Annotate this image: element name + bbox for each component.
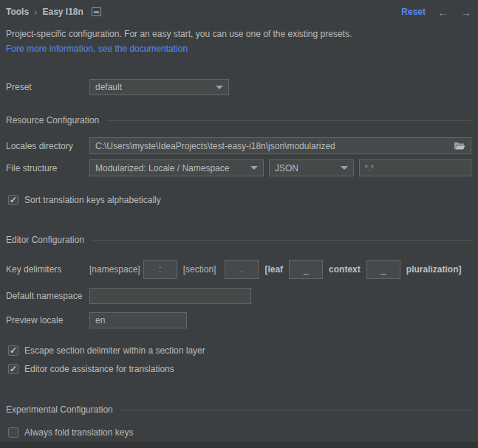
sort-keys-checkbox[interactable] bbox=[8, 195, 18, 205]
default-namespace-field[interactable] bbox=[89, 288, 251, 304]
code-assistance-checkbox[interactable] bbox=[8, 364, 18, 374]
editor-section-header: Editor Configuration bbox=[6, 234, 471, 246]
fold-keys-checkbox-label: Always fold translation keys bbox=[24, 427, 133, 438]
section-divider bbox=[120, 410, 471, 410]
default-namespace-label: Default namespace bbox=[6, 291, 89, 301]
namespace-delimiter-value: : bbox=[159, 264, 161, 275]
preview-locale-field[interactable]: en bbox=[89, 312, 187, 328]
leaf-delimiter-value: _ bbox=[304, 264, 309, 275]
editor-section-title: Editor Configuration bbox=[6, 235, 84, 245]
file-format-dropdown-value: JSON bbox=[275, 163, 298, 173]
locales-directory-value: C:\Users\myste\IdeaProjects\test-easy-i1… bbox=[95, 141, 335, 151]
settings-header: Tools › Easy I18n Reset ← → bbox=[6, 4, 471, 19]
context-delimiter-input[interactable]: _ bbox=[366, 260, 400, 279]
locales-directory-row: Locales directory C:\Users\myste\IdeaPro… bbox=[6, 137, 471, 154]
preview-locale-value: en bbox=[95, 315, 105, 325]
locales-directory-label: Locales directory bbox=[6, 141, 89, 151]
panel-bottom-edge bbox=[0, 442, 478, 448]
file-structure-dropdown[interactable]: Modularized: Locale / Namespace bbox=[89, 159, 264, 176]
header-actions: Reset ← → bbox=[401, 7, 471, 18]
reset-button[interactable]: Reset bbox=[401, 7, 426, 17]
experimental-section-title: Experimental Configuration bbox=[6, 404, 113, 415]
show-in-editor-icon[interactable] bbox=[92, 7, 101, 16]
escape-delimiter-checkbox-row[interactable]: Escape section delimiter within a sectio… bbox=[8, 345, 471, 356]
section-divider bbox=[106, 120, 471, 121]
preview-locale-row: Preview locale en bbox=[6, 312, 471, 328]
leaf-bracket-label: [leaf bbox=[264, 264, 283, 275]
file-structure-row: File structure Modularized: Locale / Nam… bbox=[6, 159, 471, 176]
forward-arrow-icon[interactable]: → bbox=[460, 7, 471, 18]
resource-section-header: Resource Configuration bbox=[6, 114, 471, 126]
documentation-link[interactable]: Fore more information, see the documenta… bbox=[6, 44, 188, 54]
file-pattern-field[interactable]: *.* bbox=[359, 159, 471, 176]
file-structure-label: File structure bbox=[6, 163, 89, 173]
code-assistance-checkbox-row[interactable]: Editor code assistance for translations bbox=[8, 363, 471, 375]
context-label: context bbox=[329, 264, 361, 275]
section-bracket-label: [section] bbox=[183, 264, 216, 275]
pluralization-bracket-label: pluralization] bbox=[406, 264, 462, 275]
browse-folder-icon[interactable] bbox=[454, 141, 465, 151]
leaf-delimiter-input[interactable]: _ bbox=[289, 260, 323, 279]
back-arrow-icon[interactable]: ← bbox=[437, 7, 448, 18]
preset-dropdown[interactable]: default bbox=[89, 79, 229, 95]
breadcrumb-tools[interactable]: Tools bbox=[6, 7, 29, 17]
preview-locale-label: Preview locale bbox=[6, 315, 89, 325]
key-delimiters-controls: [namespace] : [section] . [leaf _ contex… bbox=[89, 260, 461, 279]
sort-keys-checkbox-label: Sort translation keys alphabetically bbox=[24, 195, 161, 205]
escape-delimiter-checkbox-label: Escape section delimiter within a sectio… bbox=[24, 345, 205, 356]
file-pattern-value: *.* bbox=[365, 163, 375, 173]
resource-section-title: Resource Configuration bbox=[6, 115, 99, 125]
context-delimiter-value: _ bbox=[380, 264, 386, 275]
intro-description: Project-specific configuration. For an e… bbox=[6, 29, 471, 39]
key-delimiters-label: Key delimiters bbox=[6, 264, 89, 275]
file-format-dropdown[interactable]: JSON bbox=[269, 159, 354, 176]
namespace-delimiter-input[interactable]: : bbox=[143, 260, 177, 279]
section-divider bbox=[92, 240, 471, 241]
preset-dropdown-value: default bbox=[95, 82, 122, 92]
section-delimiter-input[interactable]: . bbox=[225, 260, 259, 279]
breadcrumb-easy-i18n[interactable]: Easy I18n bbox=[42, 7, 83, 17]
experimental-section-header: Experimental Configuration bbox=[6, 404, 471, 416]
code-assistance-checkbox-label: Editor code assistance for translations bbox=[24, 364, 174, 374]
preset-row: Preset default bbox=[6, 79, 471, 95]
chevron-down-icon bbox=[250, 166, 258, 170]
breadcrumb: Tools › Easy I18n bbox=[6, 7, 101, 18]
key-delimiters-row: Key delimiters [namespace] : [section] .… bbox=[6, 259, 471, 279]
fold-keys-checkbox[interactable] bbox=[8, 427, 18, 438]
sort-keys-checkbox-row[interactable]: Sort translation keys alphabetically bbox=[8, 194, 471, 206]
section-delimiter-value: . bbox=[241, 264, 243, 275]
escape-delimiter-checkbox[interactable] bbox=[8, 345, 18, 356]
preset-label: Preset bbox=[6, 82, 89, 92]
locales-directory-field[interactable]: C:\Users\myste\IdeaProjects\test-easy-i1… bbox=[89, 137, 471, 154]
chevron-down-icon bbox=[216, 86, 223, 89]
fold-keys-checkbox-row[interactable]: Always fold translation keys bbox=[8, 427, 471, 438]
default-namespace-row: Default namespace bbox=[6, 288, 471, 304]
chevron-down-icon bbox=[341, 166, 348, 170]
breadcrumb-chevron-icon: › bbox=[34, 7, 37, 18]
file-structure-dropdown-value: Modularized: Locale / Namespace bbox=[95, 163, 229, 173]
namespace-bracket-label: [namespace] bbox=[89, 264, 140, 275]
